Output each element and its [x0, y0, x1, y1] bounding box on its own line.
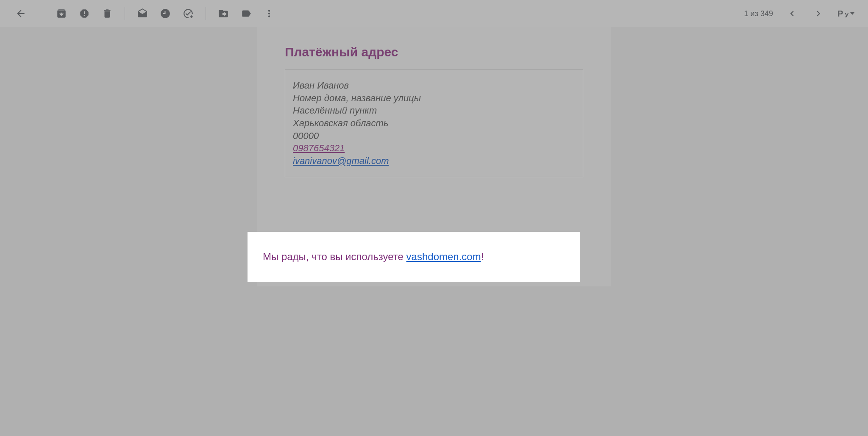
callout-prefix: Мы рады, что вы используете: [263, 251, 406, 262]
mark-unread-button[interactable]: [131, 2, 154, 25]
callout-suffix: !: [481, 251, 484, 262]
more-button[interactable]: [258, 2, 281, 25]
addr-postal: 00000: [293, 130, 575, 142]
clock-icon: [160, 8, 171, 19]
callout-link[interactable]: vashdomen.com: [406, 251, 481, 262]
addr-phone-link[interactable]: 0987654321: [293, 143, 345, 153]
billing-address-box: Иван Иванов Номер дома, название улицы Н…: [285, 69, 583, 177]
toolbar-separator: [125, 7, 125, 20]
task-add-icon: [183, 8, 194, 19]
toolbar-separator: [206, 7, 206, 20]
pager-prev[interactable]: [781, 2, 804, 25]
input-language-button[interactable]: РУ: [833, 9, 859, 19]
billing-address-title: Платёжный адрес: [257, 27, 611, 69]
more-vertical-icon: [264, 8, 275, 19]
report-spam-icon: [79, 8, 90, 19]
pager-next[interactable]: [807, 2, 830, 25]
addr-locality: Населённый пункт: [293, 104, 575, 117]
toolbar: 1 из 349 РУ: [0, 0, 868, 27]
label-icon: [241, 8, 252, 19]
add-to-tasks-button[interactable]: [177, 2, 200, 25]
snooze-button[interactable]: [154, 2, 177, 25]
addr-street: Номер дома, название улицы: [293, 92, 575, 105]
back-button[interactable]: [9, 2, 32, 25]
lang-main: Р: [837, 9, 843, 19]
archive-icon: [56, 8, 67, 19]
arrow-left-icon: [15, 8, 26, 19]
folder-move-icon: [218, 8, 229, 19]
domain-callout: Мы рады, что вы используете vashdomen.co…: [248, 232, 580, 282]
addr-email-link[interactable]: ivanivanov@gmail.com: [293, 156, 389, 166]
archive-button[interactable]: [50, 2, 73, 25]
lang-sub: У: [845, 12, 849, 19]
trash-icon: [102, 8, 113, 19]
delete-button[interactable]: [96, 2, 119, 25]
pager-count: 1 из 349: [744, 9, 773, 18]
mail-open-icon: [137, 8, 148, 19]
caret-down-icon: [850, 12, 854, 15]
chevron-right-icon: [813, 8, 824, 19]
toolbar-right: 1 из 349 РУ: [744, 2, 859, 25]
addr-name: Иван Иванов: [293, 79, 575, 92]
move-to-button[interactable]: [212, 2, 235, 25]
spam-button[interactable]: [73, 2, 96, 25]
addr-region: Харьковская область: [293, 117, 575, 130]
chevron-left-icon: [787, 8, 798, 19]
labels-button[interactable]: [235, 2, 258, 25]
toolbar-left: [9, 2, 281, 25]
